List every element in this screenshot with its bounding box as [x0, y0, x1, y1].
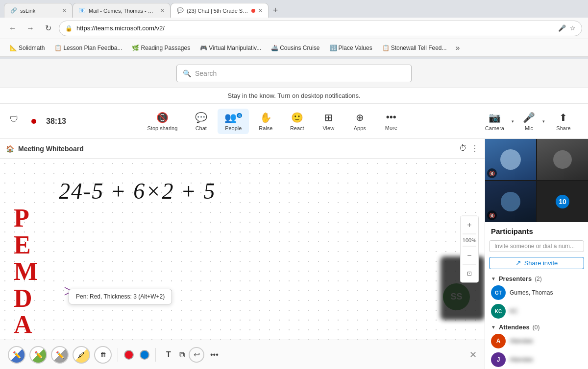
- notification-text: Stay in the know. Turn on desktop notifi…: [228, 92, 361, 99]
- tab-sslink[interactable]: 🔗 ssLink ✕: [4, 3, 73, 18]
- attendees-section-header[interactable]: ▼ Attendees (0): [485, 321, 588, 332]
- tab-close-sslink[interactable]: ✕: [62, 8, 66, 13]
- mute-icon-3: 🔇: [487, 210, 497, 220]
- address-text: https://teams.microsoft.com/v2/: [76, 24, 165, 32]
- pen-tooltip: Pen: Red, Thickness: 3 (Alt+W+2): [69, 289, 172, 304]
- whiteboard-equation: 24-5 + 6×2 + 5: [59, 178, 216, 204]
- address-bar[interactable]: 🔒 https://teams.microsoft.com/v2/ 🎤 ☆: [59, 21, 582, 36]
- new-tab-button[interactable]: +: [269, 3, 282, 18]
- share-invite-label: Share invite: [524, 259, 558, 267]
- pen-tool-3[interactable]: ✏️: [51, 346, 69, 364]
- mic-toggle-button[interactable]: 🎤 Mic: [518, 109, 540, 134]
- fit-to-window-button[interactable]: ⊡: [463, 267, 476, 280]
- presenter-item-2: KC KC: [485, 302, 588, 321]
- copy-tool-button[interactable]: ⧉: [179, 350, 185, 359]
- presenter-1-name: Gumes, Thomas: [510, 289, 582, 296]
- apps-button[interactable]: ⊕ Apps: [345, 109, 374, 134]
- presenters-count: (2): [535, 276, 542, 282]
- eraser-icon: 🗑: [100, 351, 106, 358]
- people-label: People: [225, 125, 242, 131]
- chat-button[interactable]: 💬 Chat: [186, 109, 216, 134]
- stop-sharing-button[interactable]: 📵 Stop sharing: [141, 109, 185, 134]
- raise-button[interactable]: ✋ Raise: [251, 109, 280, 134]
- pen-tool-1[interactable]: ✏️: [8, 346, 25, 364]
- view-icon: ⊞: [324, 112, 333, 123]
- star-icon[interactable]: ☆: [570, 24, 576, 32]
- attendee-item-j: J Attendee: [485, 350, 588, 369]
- camera-dropdown-button[interactable]: ▾: [510, 116, 516, 127]
- meeting-toolbar: 🛡 38:13 📵 Stop sharing 💬 Chat 👥6 People: [0, 104, 588, 139]
- main-area: 🏠 Meeting Whiteboard ⏱ ⋮ 24-5 + 6×2 + 5 …: [0, 139, 588, 369]
- color-blue[interactable]: [140, 350, 149, 360]
- zoom-in-button[interactable]: +: [463, 218, 476, 232]
- text-tool-button[interactable]: T: [162, 348, 175, 362]
- mic-dropdown-button[interactable]: ▾: [540, 116, 547, 127]
- whiteboard-container: 🏠 Meeting Whiteboard ⏱ ⋮ 24-5 + 6×2 + 5 …: [0, 139, 485, 369]
- presenter-item-1: GT Gumes, Thomas: [485, 283, 588, 302]
- bookmark-stonewall[interactable]: 📋 Stonewall Tell Feed...: [378, 44, 451, 52]
- share-invite-button[interactable]: ↗ Share invite: [489, 257, 584, 269]
- pen-tool-2[interactable]: ✏️: [29, 346, 47, 364]
- timer-icon[interactable]: ⏱: [459, 144, 467, 153]
- camera-label: Camera: [485, 125, 504, 131]
- bookmarks-more[interactable]: »: [453, 43, 463, 53]
- search-bar[interactable]: 🔍 Search: [176, 65, 412, 82]
- bookmark-cousins[interactable]: 🚢 Cousins Cruise: [267, 44, 323, 52]
- color-red[interactable]: [124, 350, 134, 360]
- whiteboard-canvas[interactable]: 24-5 + 6×2 + 5 PEMDAS >——→ SS: [0, 159, 485, 340]
- presenter-1-avatar: GT: [491, 285, 506, 300]
- attendee-j-avatar: J: [491, 352, 506, 367]
- search-placeholder-text: Search: [195, 69, 217, 77]
- toolbar-divider-2: [155, 348, 156, 362]
- reload-button[interactable]: ↻: [41, 22, 55, 35]
- people-button[interactable]: 👥6 People: [218, 109, 249, 134]
- teams-app: 🔍 Search Stay in the know. Turn on deskt…: [0, 59, 588, 369]
- invite-input-field[interactable]: Invite someone or dial a num...: [489, 240, 584, 252]
- view-label: View: [322, 125, 334, 131]
- view-button[interactable]: ⊞ View: [314, 109, 343, 134]
- toolbar-left: 🛡 38:13: [10, 115, 66, 128]
- attendee-a-name: Attendee: [510, 338, 582, 345]
- share-invite-icon: ↗: [515, 259, 521, 267]
- chevron-down-icon-mic: ▾: [542, 119, 545, 124]
- whiteboard-title: Meeting Whiteboard: [18, 145, 84, 153]
- chevron-down-icon: ▾: [512, 119, 514, 124]
- tab-mail[interactable]: 📧 Mail - Gumes, Thomas - Outlo... ✕: [73, 3, 171, 18]
- forward-button[interactable]: →: [24, 22, 37, 35]
- close-drawing-toolbar-button[interactable]: ✕: [469, 349, 477, 360]
- invite-placeholder: Invite someone or dial a num...: [494, 243, 575, 250]
- more-options-icon[interactable]: ⋮: [471, 144, 479, 153]
- video-thumb-2: [537, 139, 588, 180]
- tab-close-teams[interactable]: ✕: [258, 8, 262, 13]
- bookmark-reading[interactable]: 🌿 Reading Passages: [128, 44, 194, 52]
- share-button[interactable]: ⬆ Share: [549, 109, 578, 134]
- bookmark-lesson-plan[interactable]: 📋 Lesson Plan Feedba...: [50, 44, 126, 52]
- zoom-percent-display: 100%: [463, 236, 476, 244]
- back-button[interactable]: ←: [6, 22, 20, 35]
- participant-count-badge: 10: [556, 195, 569, 208]
- presenters-section-header[interactable]: ▼ Presenters (2): [485, 272, 588, 283]
- highlighter-tool[interactable]: 🖊: [73, 346, 90, 364]
- search-icon: 🔍: [183, 69, 191, 77]
- whiteboard-pemdas: PEMDAS: [14, 205, 38, 340]
- more-button[interactable]: ••• More: [376, 109, 406, 134]
- microphone-icon[interactable]: 🎤: [558, 24, 566, 32]
- toolbar-right: 📷 Camera ▾ 🎤 Mic ▾ ⬆ Share: [480, 109, 578, 134]
- toolbar-center: 📵 Stop sharing 💬 Chat 👥6 People ✋ Raise …: [141, 109, 406, 134]
- undo-button[interactable]: ↩: [189, 347, 204, 363]
- bookmark-solidmath[interactable]: 📐 Solidmath: [6, 44, 49, 52]
- tab-close-mail[interactable]: ✕: [160, 8, 164, 13]
- bookmark-place-values[interactable]: 🔢 Place Values: [326, 44, 376, 52]
- video-thumb-1: 🔇: [485, 139, 536, 180]
- home-icon[interactable]: 🏠: [6, 145, 14, 153]
- react-button[interactable]: 🙂 React: [282, 109, 312, 134]
- more-drawing-options-button[interactable]: •••: [210, 350, 219, 359]
- whiteboard-actions: ⏱ ⋮: [459, 144, 479, 153]
- eraser-tool[interactable]: 🗑: [94, 346, 112, 364]
- stop-sharing-icon: 📵: [156, 112, 169, 123]
- bookmark-virtual[interactable]: 🎮 Virtual Manipulativ...: [196, 44, 265, 52]
- zoom-out-button[interactable]: −: [463, 249, 476, 262]
- mic-button-group: 🎤 Mic ▾: [518, 109, 547, 134]
- camera-toggle-button[interactable]: 📷 Camera: [480, 109, 509, 134]
- tab-teams[interactable]: 💬 (23) Chat | 5th Grade Satur ✕: [171, 3, 269, 18]
